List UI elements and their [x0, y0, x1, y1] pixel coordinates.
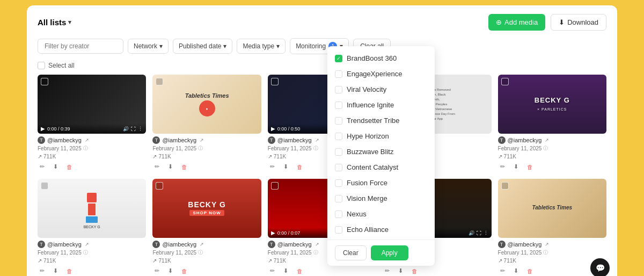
dropdown-item-checkbox[interactable]	[335, 148, 342, 156]
delete-button[interactable]: 🗑	[525, 267, 535, 275]
dropdown-item-checkbox[interactable]	[335, 164, 342, 171]
dropdown-item[interactable]: Buzzwave Blitz	[327, 144, 435, 159]
media-thumbnail[interactable]: BECKY G	[38, 179, 146, 238]
external-link-icon[interactable]: ↗	[85, 137, 89, 143]
dropdown-item-checkbox[interactable]	[335, 86, 342, 93]
dropdown-item[interactable]: Echo Alliance	[327, 222, 435, 237]
media-thumbnail[interactable]: Tabletics Times♦	[152, 75, 261, 134]
add-media-button[interactable]: ⊕ Add media	[488, 14, 545, 31]
stats-row: ↗ 711K	[498, 154, 606, 159]
download-button[interactable]: ⬇	[511, 266, 521, 275]
dropdown-item[interactable]: Trendsetter Tribe	[327, 113, 435, 128]
chat-button[interactable]: 💬	[590, 258, 610, 276]
media-grid: ▶ 0:00 / 0:39 🔊 ⛶ ⋮ T @iambeckyg ↗ Febru…	[38, 75, 606, 276]
play-icon[interactable]: ▶	[271, 230, 275, 236]
external-link-icon[interactable]: ↗	[200, 242, 204, 247]
stats-value: 711K	[43, 258, 56, 264]
media-thumbnail[interactable]: BECKY GSHOP NOW	[152, 179, 261, 238]
delete-button[interactable]: 🗑	[179, 163, 189, 171]
external-link-icon[interactable]: ↗	[315, 242, 319, 247]
external-link-icon[interactable]: ↗	[545, 137, 549, 143]
published-date-filter-button[interactable]: Published date ▾	[173, 39, 232, 54]
delete-button[interactable]: 🗑	[409, 267, 420, 275]
media-card: Tabletics Times♦ T @iambeckyg ↗ February…	[152, 75, 261, 172]
all-lists-dropdown[interactable]: All lists ▾	[38, 18, 71, 27]
more-options-icon[interactable]: ⋮	[484, 230, 488, 236]
dropdown-item[interactable]: Nexus	[327, 206, 435, 222]
delete-button[interactable]: 🗑	[295, 267, 305, 275]
edit-button[interactable]: ✏	[38, 266, 47, 275]
dropdown-item-label: Hype Horizon	[347, 132, 389, 140]
play-icon[interactable]: ▶	[41, 126, 45, 132]
download-button[interactable]: ⬇	[281, 162, 290, 171]
dropdown-item-checkbox[interactable]	[335, 70, 342, 78]
select-all-checkbox[interactable]	[38, 62, 45, 69]
fullscreen-icon[interactable]: ⛶	[131, 126, 136, 132]
download-button[interactable]: ⬇ Download	[551, 14, 606, 31]
download-button[interactable]: ⬇	[281, 266, 290, 275]
delete-button[interactable]: 🗑	[64, 163, 75, 171]
external-link-icon[interactable]: ↗	[200, 137, 204, 143]
download-button[interactable]: ⬇	[51, 162, 60, 171]
card-actions: ✏ ⬇ 🗑	[152, 162, 261, 171]
external-link-icon[interactable]: ↗	[545, 242, 549, 247]
external-link-icon[interactable]: ↗	[85, 242, 89, 247]
delete-button[interactable]: 🗑	[179, 267, 189, 275]
dropdown-item-checkbox[interactable]: ✓	[335, 55, 342, 62]
chevron-down-icon: ▾	[276, 42, 280, 50]
media-thumbnail[interactable]: Tabletics Times	[498, 179, 606, 238]
dropdown-item[interactable]: ✓BrandBoost 360	[327, 50, 435, 66]
edit-button[interactable]: ✏	[152, 162, 162, 171]
info-icon: ⓘ	[313, 145, 318, 152]
dropdown-item-checkbox[interactable]	[335, 226, 342, 234]
creator-row: T @iambeckyg ↗	[152, 241, 261, 248]
edit-button[interactable]: ✏	[383, 266, 392, 275]
plus-icon: ⊕	[496, 18, 502, 26]
volume-icon[interactable]: 🔊	[123, 126, 129, 132]
more-options-icon[interactable]: ⋮	[138, 126, 143, 132]
delete-button[interactable]: 🗑	[295, 163, 305, 171]
dropdown-item-checkbox[interactable]	[335, 210, 342, 218]
download-button[interactable]: ⬇	[166, 162, 175, 171]
external-link-icon[interactable]: ↗	[315, 137, 319, 143]
volume-icon[interactable]: 🔊	[469, 230, 474, 236]
media-meta: T @iambeckyg ↗ February 11, 2025 ⓘ ↗ 711…	[38, 238, 146, 276]
fullscreen-icon[interactable]: ⛶	[477, 230, 481, 236]
dropdown-item[interactable]: Viral Velocity	[327, 82, 435, 97]
dropdown-item[interactable]: Influence Ignite	[327, 97, 435, 113]
creator-name: @iambeckyg	[508, 137, 542, 143]
edit-button[interactable]: ✏	[268, 162, 277, 171]
dropdown-item[interactable]: EngageXperience	[327, 66, 435, 82]
download-button[interactable]: ⬇	[511, 162, 521, 171]
dropdown-clear-button[interactable]: Clear	[335, 245, 367, 260]
edit-button[interactable]: ✏	[498, 266, 507, 275]
dropdown-item-label: Trendsetter Tribe	[347, 117, 400, 125]
select-all-label: Select all	[48, 62, 75, 69]
download-button[interactable]: ⬇	[396, 266, 405, 275]
dropdown-apply-button[interactable]: Apply	[371, 245, 408, 260]
dropdown-item-checkbox[interactable]	[335, 117, 342, 125]
edit-button[interactable]: ✏	[268, 266, 277, 275]
play-icon[interactable]: ▶	[271, 126, 275, 132]
media-thumbnail[interactable]: BECKY G× PARLETICS	[498, 75, 606, 134]
media-meta: T @iambeckyg ↗ February 11, 2025 ⓘ ↗ 711…	[38, 134, 146, 172]
dropdown-item-checkbox[interactable]	[335, 195, 342, 202]
edit-button[interactable]: ✏	[38, 162, 47, 171]
creator-filter-input[interactable]	[38, 39, 123, 54]
media-type-filter-button[interactable]: Media type ▾	[237, 39, 286, 54]
dropdown-item[interactable]: Vision Merge	[327, 191, 435, 206]
edit-button[interactable]: ✏	[152, 266, 162, 275]
delete-button[interactable]: 🗑	[64, 267, 75, 275]
download-button[interactable]: ⬇	[166, 266, 175, 275]
dropdown-item[interactable]: Fusion Force	[327, 175, 435, 191]
delete-button[interactable]: 🗑	[525, 163, 535, 171]
network-filter-button[interactable]: Network ▾	[128, 39, 169, 54]
dropdown-item[interactable]: Hype Horizon	[327, 128, 435, 144]
media-thumbnail[interactable]: ▶ 0:00 / 0:39 🔊 ⛶ ⋮	[38, 75, 146, 134]
edit-button[interactable]: ✏	[498, 162, 507, 171]
dropdown-item-checkbox[interactable]	[335, 101, 342, 109]
dropdown-item-checkbox[interactable]	[335, 179, 342, 187]
dropdown-item-checkbox[interactable]	[335, 133, 342, 140]
download-button[interactable]: ⬇	[51, 266, 60, 275]
dropdown-item[interactable]: Content Catalyst	[327, 159, 435, 175]
